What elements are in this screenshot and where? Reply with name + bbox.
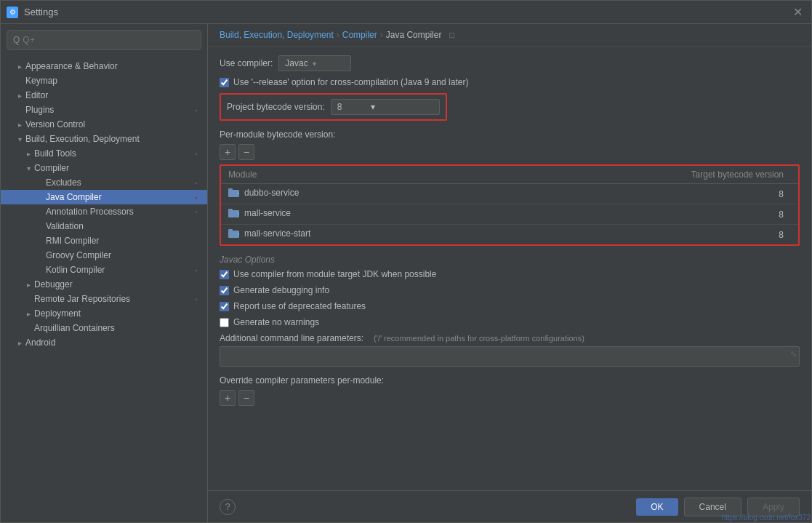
- folder-icon: [228, 188, 240, 198]
- module-table: Module Target bytecode version: [221, 166, 798, 244]
- sidebar-item-annotation-processors[interactable]: Annotation Processors ▪: [1, 204, 207, 219]
- breadcrumb-sep-2: ›: [380, 30, 383, 40]
- sidebar-item-label: Remote Jar Repositories: [34, 294, 191, 304]
- sidebar-item-arquillian[interactable]: Arquillian Containers: [1, 321, 207, 335]
- sidebar-item-label: Debugger: [34, 279, 201, 290]
- ok-button[interactable]: OK: [636, 498, 678, 516]
- use-compiler-row: Use compiler: Javac ▾: [220, 55, 800, 71]
- sidebar-item-remote-jar-repos[interactable]: Remote Jar Repositories ▪: [1, 292, 207, 306]
- use-module-jdk-checkbox[interactable]: [220, 270, 229, 279]
- sidebar-item-kotlin-compiler[interactable]: Kotlin Compiler ▪: [1, 263, 207, 277]
- collapse-arrow: [24, 164, 33, 172]
- gear-icon: ▪: [191, 148, 201, 159]
- close-button[interactable]: ✕: [790, 5, 805, 19]
- module-icon: mall-service-start: [228, 228, 310, 239]
- bottom-bar: ? OK Cancel Apply: [208, 490, 811, 522]
- collapse-arrow: [24, 309, 33, 318]
- collapse-arrow: [15, 62, 24, 71]
- sidebar-item-groovy-compiler[interactable]: Groovy Compiler: [1, 248, 207, 263]
- sidebar-item-build-tools[interactable]: Build Tools ▪: [1, 146, 207, 161]
- cb1-label: Use compiler from module target JDK when…: [233, 269, 436, 279]
- sidebar-item-version-control[interactable]: Version Control: [1, 117, 207, 132]
- sidebar-item-editor[interactable]: Editor: [1, 88, 207, 103]
- collapse-arrow: [24, 324, 33, 332]
- collapse-arrow: [15, 76, 24, 85]
- collapse-arrow: [15, 135, 24, 143]
- sidebar-item-keymap[interactable]: Keymap: [1, 73, 207, 88]
- sidebar-item-android[interactable]: Android: [1, 335, 207, 350]
- chevron-down-icon: ▾: [371, 102, 375, 112]
- collapse-arrow: [24, 149, 33, 158]
- additional-params-input[interactable]: [220, 346, 800, 367]
- bytecode-version-select[interactable]: 8 ▾: [331, 99, 440, 115]
- sidebar-item-excludes[interactable]: Excludes ▪: [1, 175, 207, 190]
- remove-module-button[interactable]: −: [238, 144, 254, 160]
- collapse-arrow: [24, 280, 33, 289]
- search-box[interactable]: Q: [7, 30, 201, 50]
- sidebar-item-label: Deployment: [34, 308, 201, 319]
- sidebar-item-appearance[interactable]: Appearance & Behavior: [1, 59, 207, 73]
- table-row[interactable]: mall-service-start 8: [221, 225, 798, 245]
- sidebar-item-debugger[interactable]: Debugger: [1, 277, 207, 292]
- module-version-cell: 8: [486, 225, 798, 245]
- sidebar: Q Appearance & Behavior Keymap Editor: [1, 24, 208, 522]
- report-deprecated-checkbox[interactable]: [220, 302, 229, 311]
- module-name-cell: mall-service: [221, 204, 486, 225]
- sidebar-item-validation[interactable]: Validation: [1, 219, 207, 233]
- collapse-arrow: [15, 338, 24, 347]
- module-name-cell: dubbo-service: [221, 184, 486, 204]
- add-module-button[interactable]: +: [220, 144, 236, 160]
- collapse-arrow: [36, 236, 44, 245]
- collapse-arrow: [36, 178, 44, 187]
- app-icon: ⚙: [7, 7, 18, 18]
- override-add-button[interactable]: +: [220, 390, 236, 406]
- table-row[interactable]: mall-service 8: [221, 204, 798, 225]
- sidebar-item-deployment[interactable]: Deployment: [1, 306, 207, 321]
- col-module: Module: [221, 166, 486, 184]
- release-checkbox[interactable]: [220, 78, 229, 87]
- table-row[interactable]: dubbo-service 8: [221, 184, 798, 204]
- cb2-row: Generate debugging info: [220, 285, 800, 295]
- bytecode-version-highlight: Project bytecode version: 8 ▾: [220, 93, 447, 121]
- collapse-arrow: [15, 105, 24, 114]
- expand-icon[interactable]: ⤡: [790, 349, 797, 359]
- override-remove-button[interactable]: −: [238, 390, 254, 406]
- sidebar-item-rmi-compiler[interactable]: RMI Compiler: [1, 233, 207, 248]
- main-panel: Build, Execution, Deployment › Compiler …: [208, 24, 811, 522]
- sidebar-item-build-exec-deploy[interactable]: Build, Execution, Deployment: [1, 132, 207, 146]
- generate-no-warnings-checkbox[interactable]: [220, 318, 229, 327]
- panel-body: Use compiler: Javac ▾ Use '--release' op…: [208, 47, 811, 490]
- help-button[interactable]: ?: [220, 499, 236, 515]
- search-input[interactable]: [23, 35, 195, 45]
- sidebar-item-label: Build Tools: [34, 148, 191, 159]
- sidebar-item-label: RMI Compiler: [46, 236, 201, 246]
- gear-icon: ▪: [191, 105, 201, 115]
- gear-icon: ▪: [191, 177, 201, 188]
- sidebar-item-label: Plugins: [25, 105, 191, 115]
- module-name-cell: mall-service-start: [221, 225, 486, 245]
- breadcrumb-part-2[interactable]: Compiler: [342, 30, 377, 40]
- generate-debug-info-checkbox[interactable]: [220, 286, 229, 295]
- sidebar-item-java-compiler[interactable]: Java Compiler ▪: [1, 190, 207, 204]
- settings-window: ⚙ Settings ✕ Q Appearance & Behavior Key…: [0, 0, 812, 523]
- sidebar-item-label: Compiler: [34, 163, 201, 173]
- sidebar-item-label: Editor: [25, 90, 201, 100]
- gear-icon: ▪: [191, 192, 201, 202]
- gear-icon: ▪: [191, 207, 201, 217]
- additional-params-label: Additional command line parameters:: [220, 333, 363, 343]
- collapse-arrow: [36, 193, 44, 201]
- bytecode-version-label: Project bytecode version:: [227, 102, 325, 112]
- breadcrumb-part-3: Java Compiler: [386, 30, 442, 40]
- use-compiler-select[interactable]: Javac ▾: [278, 55, 351, 71]
- sidebar-item-label: Validation: [46, 221, 201, 231]
- breadcrumb-part-1[interactable]: Build, Execution, Deployment: [220, 30, 334, 40]
- sidebar-item-plugins[interactable]: Plugins ▪: [1, 103, 207, 117]
- release-option-row: Use '--release' option for cross-compila…: [220, 77, 800, 87]
- cb4-row: Generate no warnings: [220, 317, 800, 327]
- sidebar-item-label: Groovy Compiler: [46, 250, 201, 260]
- sidebar-item-label: Java Compiler: [46, 192, 191, 202]
- module-icon: mall-service: [228, 208, 291, 218]
- sidebar-item-label: Appearance & Behavior: [25, 61, 201, 71]
- sidebar-item-compiler[interactable]: Compiler: [1, 161, 207, 175]
- cb4-label: Generate no warnings: [233, 317, 319, 327]
